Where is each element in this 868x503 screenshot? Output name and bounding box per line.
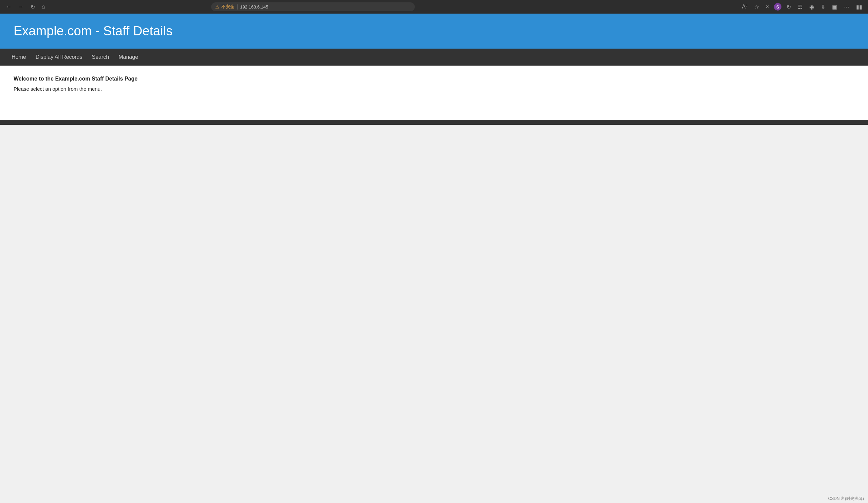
home-button[interactable]: ⌂ bbox=[40, 2, 47, 11]
address-bar[interactable]: ⚠ 不安全 | 192.168.6.145 bbox=[211, 2, 415, 11]
site-nav: Home Display All Records Search Manage bbox=[0, 49, 868, 66]
security-warning-icon: ⚠ bbox=[215, 4, 219, 10]
nav-search[interactable]: Search bbox=[87, 49, 114, 66]
profile-button[interactable]: S bbox=[774, 3, 782, 11]
downloads-button[interactable]: ⇩ bbox=[819, 3, 827, 11]
site-content: Welcome to the Example.com Staff Details… bbox=[0, 66, 868, 120]
read-mode-button[interactable]: A² bbox=[740, 3, 749, 11]
welcome-heading: Welcome to the Example.com Staff Details… bbox=[13, 76, 855, 82]
nav-home[interactable]: Home bbox=[7, 49, 31, 66]
browser-right-icons: A² ☆ × S ↻ ☶ ◉ ⇩ ▣ ⋯ ▮▮ bbox=[740, 3, 864, 11]
watermark: CSDN ® (时光浅薄) bbox=[824, 494, 868, 503]
sidebar-button[interactable]: ▮▮ bbox=[855, 3, 864, 11]
site-title: Example.com - Staff Details bbox=[13, 24, 855, 38]
welcome-text: Please select an option from the menu. bbox=[13, 86, 855, 92]
nav-manage[interactable]: Manage bbox=[114, 49, 143, 66]
browser-toolbar: ← → ↻ ⌂ ⚠ 不安全 | 192.168.6.145 A² ☆ × S ↻… bbox=[0, 0, 868, 13]
forward-button[interactable]: → bbox=[16, 2, 26, 11]
reload-button[interactable]: ↻ bbox=[29, 2, 37, 12]
site-header: Example.com - Staff Details bbox=[0, 13, 868, 49]
favorites-button[interactable]: ☆ bbox=[753, 3, 761, 11]
nav-display-all[interactable]: Display All Records bbox=[31, 49, 87, 66]
site-footer bbox=[0, 120, 868, 125]
history-button[interactable]: ◉ bbox=[808, 3, 816, 11]
page-background bbox=[0, 125, 868, 329]
address-text: 192.168.6.145 bbox=[240, 4, 268, 10]
more-button[interactable]: ⋯ bbox=[842, 3, 851, 11]
screenshot-button[interactable]: ▣ bbox=[830, 3, 839, 11]
collections-button[interactable]: ☶ bbox=[796, 3, 804, 11]
close-tab-button[interactable]: × bbox=[764, 3, 771, 11]
back-button[interactable]: ← bbox=[4, 2, 13, 11]
refresh-button[interactable]: ↻ bbox=[785, 3, 793, 11]
security-warning-text: 不安全 bbox=[221, 4, 235, 10]
